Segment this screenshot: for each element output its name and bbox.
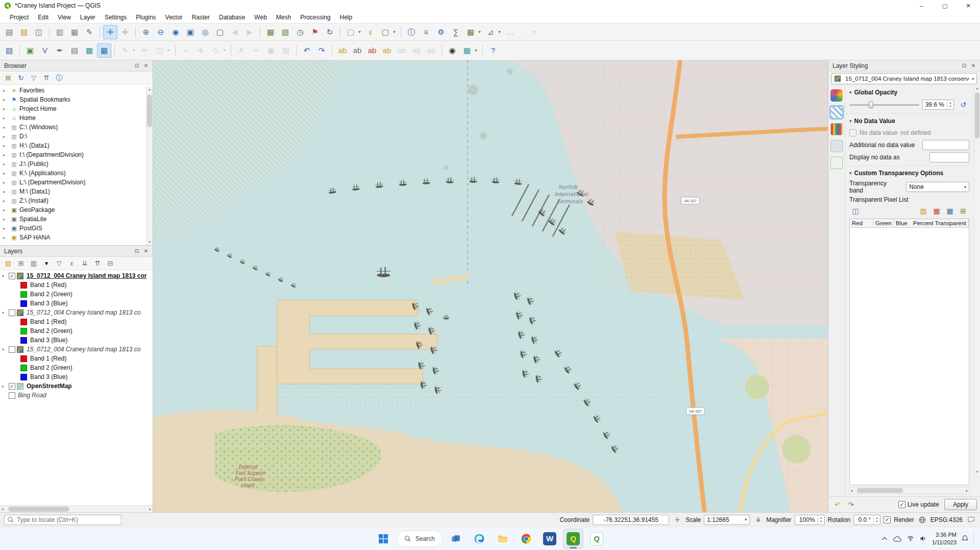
styling-layer-select[interactable]: 15_0712_004 Craney Island map 1813 conse… xyxy=(831,73,977,84)
filter-browser-icon[interactable]: ▽ xyxy=(28,73,40,84)
attribute-table-dropdown[interactable]: ▾ xyxy=(476,25,483,39)
browser-item-drive-h[interactable]: ▸ ▥ H:\ (Data1) xyxy=(0,141,153,150)
band-2-green-1[interactable]: Band 2 (Green) xyxy=(0,290,153,299)
taskbar-search[interactable]: Search xyxy=(397,531,443,547)
tray-chevron-icon[interactable] xyxy=(881,535,888,542)
style-manager-icon[interactable]: ✎ xyxy=(82,25,96,39)
pin-labels-icon[interactable]: ab xyxy=(365,43,379,58)
browser-item-drive-k[interactable]: ▸ ▥ K:\ (Applications) xyxy=(0,169,153,178)
scroll-down-icon[interactable]: ▾ xyxy=(149,240,151,244)
add-group-icon[interactable]: ⊞ xyxy=(15,258,27,269)
filter-legend-icon[interactable]: ▽ xyxy=(53,258,65,269)
browser-item-drive-j[interactable]: ▸ ▥ J:\ (Public) xyxy=(0,159,153,169)
measure-icon[interactable]: ⊿ xyxy=(483,25,498,39)
move-label-icon[interactable]: ab xyxy=(395,43,409,58)
menu-raster[interactable]: Raster xyxy=(187,12,214,22)
style-undo-icon[interactable]: ↶ xyxy=(831,499,844,510)
file-explorer-icon[interactable] xyxy=(493,529,513,549)
expand-icon[interactable]: ▾ xyxy=(2,310,9,315)
paste-features-icon[interactable]: ▤ xyxy=(279,43,293,58)
new-spatialite-layer-icon[interactable]: ✒ xyxy=(53,43,67,58)
minimize-button[interactable]: – xyxy=(910,0,933,11)
change-label-icon[interactable]: ab xyxy=(424,43,438,58)
temporal-controller-icon[interactable]: ◷ xyxy=(293,25,307,39)
geocoder-icon[interactable]: ◌ xyxy=(518,25,532,39)
spin-arrows-icon[interactable]: ▴▾ xyxy=(947,100,953,109)
close-button[interactable]: ✕ xyxy=(957,0,980,11)
add-raster-layer-icon[interactable]: ▦ xyxy=(97,43,111,58)
volume-icon[interactable] xyxy=(919,535,927,542)
notifications-icon[interactable] xyxy=(961,535,969,542)
edge-icon[interactable] xyxy=(469,529,489,549)
save-pixel-list-icon[interactable]: ◫ xyxy=(849,205,862,217)
rendering-tab-icon[interactable] xyxy=(830,140,843,152)
scrollbar-thumb[interactable] xyxy=(8,507,69,512)
collapse-all-icon[interactable]: ⇈ xyxy=(40,73,53,84)
highlight-labels-icon[interactable]: ab xyxy=(380,43,394,58)
band-2-green-2[interactable]: Band 2 (Green) xyxy=(0,326,153,336)
select-by-expression-icon[interactable]: ε xyxy=(363,25,378,39)
layer-craney-map-2[interactable]: ▾ 15_0712_004 Craney Island map 1813 co xyxy=(0,308,153,317)
expand-icon[interactable]: ▸ xyxy=(3,226,10,231)
zoom-to-layer-icon[interactable]: ▢ xyxy=(213,25,227,39)
filter-by-expression-icon[interactable]: ε xyxy=(66,258,78,269)
deselect-features-dropdown[interactable]: ▾ xyxy=(391,25,398,39)
expand-icon[interactable]: ▾ xyxy=(2,347,9,352)
new-virtual-layer-icon[interactable]: ▤ xyxy=(67,43,82,58)
add-values-from-display-icon[interactable]: ▨ xyxy=(917,205,929,217)
style-redo-icon[interactable]: ↷ xyxy=(845,499,857,510)
map-canvas[interactable]: Norfolk International Terminals Defense … xyxy=(153,60,828,512)
layer-visibility-checkbox[interactable] xyxy=(9,309,15,316)
browser-item-drive-d[interactable]: ▸ ▥ D:\ xyxy=(0,132,153,141)
start-button[interactable] xyxy=(373,529,394,549)
magnifier-spinbox[interactable]: 100% ▴▾ xyxy=(795,515,825,525)
transparency-band-select[interactable]: None ▾ xyxy=(906,182,969,192)
crs-status[interactable]: EPSG:4326 xyxy=(930,516,963,523)
menu-view[interactable]: View xyxy=(53,12,76,22)
attribute-table-icon[interactable]: ▦ xyxy=(463,25,478,39)
band-1-red-1[interactable]: Band 1 (Red) xyxy=(0,280,153,290)
browser-item-project-home[interactable]: ▸ ⌂ Project Home xyxy=(0,104,153,113)
expand-icon[interactable]: ▸ xyxy=(3,180,10,185)
redo-icon[interactable]: ↷ xyxy=(314,43,329,58)
band-2-green-3[interactable]: Band 2 (Green) xyxy=(0,363,153,372)
expand-icon[interactable]: ▸ xyxy=(3,153,10,157)
spin-arrows-icon[interactable]: ▴▾ xyxy=(818,515,824,524)
zoom-to-selection-icon[interactable]: ◎ xyxy=(198,25,212,39)
expand-icon[interactable]: ▸ xyxy=(3,125,10,130)
transparency-tab-icon[interactable] xyxy=(830,106,843,118)
layers-hscrollbar[interactable]: ◂ ▸ xyxy=(0,505,153,512)
spatial-bookmarks-icon[interactable]: ⚑ xyxy=(308,25,322,39)
section-global-opacity[interactable]: ▾ Global Opacity xyxy=(845,85,973,98)
options-icon[interactable]: ⚙ xyxy=(434,25,448,39)
show-desktop-button[interactable] xyxy=(973,532,976,545)
open-layer-styling-icon[interactable]: ▧ xyxy=(2,258,14,269)
menu-layer[interactable]: Layer xyxy=(76,12,100,22)
save-layer-edits-icon[interactable]: ◫ xyxy=(153,43,167,58)
expand-icon[interactable]: ▸ xyxy=(3,98,10,102)
map-tips-icon[interactable]: … xyxy=(503,25,518,39)
word-icon[interactable]: W xyxy=(540,529,560,549)
new-project-icon[interactable]: ▤ xyxy=(2,25,16,39)
column-green[interactable]: Green xyxy=(873,219,894,227)
coordinate-extents-icon[interactable]: ✛ xyxy=(672,515,682,525)
layer-craney-map-3[interactable]: ▾ 15_0712_004 Craney Island map 1813 co xyxy=(0,345,153,354)
cut-features-icon[interactable]: ✂ xyxy=(249,43,263,58)
expand-icon[interactable]: ▸ xyxy=(3,88,10,93)
pan-map-icon[interactable]: ✛ xyxy=(103,25,117,39)
additional-no-data-input[interactable] xyxy=(922,140,969,150)
export-to-file-icon[interactable]: ▦ xyxy=(930,205,943,217)
menu-mesh[interactable]: Mesh xyxy=(272,12,296,22)
scroll-right-icon[interactable]: ▸ xyxy=(149,507,151,511)
vertex-tool-icon[interactable]: ◇ xyxy=(208,43,223,58)
expand-icon[interactable]: ▸ xyxy=(3,144,10,148)
browser-item-drive-i[interactable]: ▸ ▥ I:\ (DepartmentDivision) xyxy=(0,150,153,159)
browser-item-favorites[interactable]: ▸ ★ Favorites xyxy=(0,86,153,95)
expand-icon[interactable]: ▸ xyxy=(3,171,10,176)
messages-icon[interactable] xyxy=(966,515,976,525)
band-3-blue-3[interactable]: Band 3 (Blue) xyxy=(0,372,153,381)
layers-close-icon[interactable]: ✕ xyxy=(141,247,151,256)
open-project-icon[interactable]: ▨ xyxy=(17,25,31,39)
menu-web[interactable]: Web xyxy=(250,12,271,22)
menu-help[interactable]: Help xyxy=(335,12,357,22)
